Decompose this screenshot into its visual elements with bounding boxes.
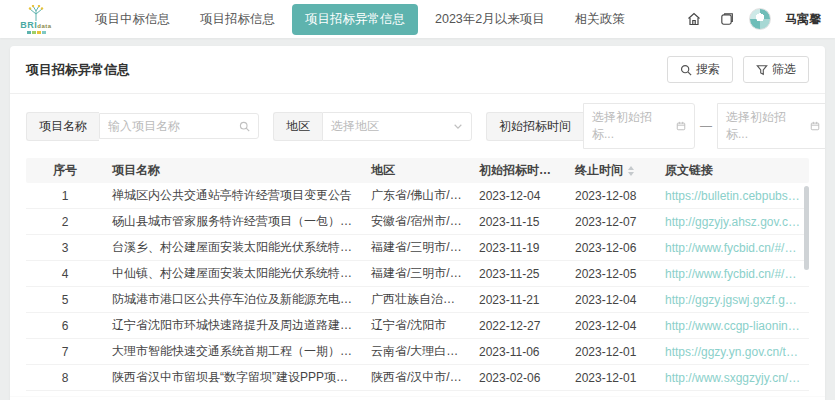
table-row: 5防城港市港口区公共停车泊位及新能源充电桩特许经营项目暂停招标广西壮族自治区/防… <box>26 287 809 313</box>
col-seq: 序号 <box>26 158 104 183</box>
cell-end-date: 2023-12-06 <box>567 237 657 259</box>
cell-start-date: 2023-12-04 <box>471 185 567 207</box>
input-search-icon <box>239 121 250 132</box>
cell-source-link[interactable]: http://www.ccgp-liaoning.gov.cn... <box>657 315 809 337</box>
col-source-link: 原文链接 <box>657 158 809 183</box>
date-end-picker[interactable]: 选择初始招标... <box>717 103 825 149</box>
main-nav: 项目中标信息项目招标信息项目招标异常信息2023年2月以来项目相关政策 <box>82 4 679 35</box>
cell-seq: 5 <box>26 289 104 311</box>
cell-start-date: 2023-11-25 <box>471 263 567 285</box>
table-footer: 共 23 条 ‹ 1 2 › 20 条/页 <box>10 396 825 400</box>
cell-source-link[interactable]: https://ggzy.yn.gov.cn/tradeHall/... <box>657 341 809 363</box>
nav-tab-1[interactable]: 项目招标信息 <box>187 4 288 35</box>
username[interactable]: 马寓馨 <box>785 11 821 28</box>
cell-source-link[interactable]: http://ggzy.jgswj.gxzf.gov.cn/gxg... <box>657 289 809 311</box>
date-start-picker[interactable]: 选择初始招标... <box>583 103 695 149</box>
col-region: 地区 <box>363 158 471 183</box>
filter-date-range: 初始招标时间 选择初始招标... — 选择初始招标... <box>486 103 825 149</box>
nav-tab-2[interactable]: 项目招标异常信息 <box>292 4 418 35</box>
cell-source-link[interactable]: http://www.sxggzyjy.cn/jydt/001... <box>657 367 809 389</box>
cell-project-name: 防城港市港口区公共停车泊位及新能源充电桩特许经营项目暂停招标 <box>104 287 363 312</box>
sort-icon[interactable] <box>628 166 634 176</box>
col-start-date[interactable]: 初始招标时间 <box>471 158 567 183</box>
cell-project-name: 陕西省汉中市留坝县“数字留坝”建设PPP项目采购更正公告 <box>104 365 363 390</box>
date-label: 初始招标时间 <box>486 112 583 141</box>
date-start-placeholder: 选择初始招标... <box>592 109 670 143</box>
avatar[interactable] <box>749 8 771 30</box>
cell-source-link[interactable]: https://bulletin.cebpubservice.co... <box>657 185 809 207</box>
cell-seq: 9 <box>26 393 104 397</box>
cell-region: 河北省/石家庄市/辛集市 <box>363 391 471 396</box>
nav-tab-3[interactable]: 2023年2月以来项目 <box>422 4 558 35</box>
search-button[interactable]: 搜索 <box>667 56 733 83</box>
funnel-icon <box>756 64 768 76</box>
filter-bar: 项目名称 地区 选择地区 初始招标时间 选择初始招标... <box>10 94 825 158</box>
cell-region: 福建省/三明市/尤溪县 <box>363 261 471 286</box>
sort-icon[interactable] <box>556 166 562 176</box>
brand-logo[interactable]: BRIdata <box>14 5 58 34</box>
cell-project-name: 台溪乡、村公建屋面安装太阳能光伏系统特许经营权项目终止公告 <box>104 235 363 260</box>
cell-source-link[interactable]: http://www.fycbid.cn/#/notice/d... <box>657 263 809 285</box>
table-header-row: 序号 项目名称 地区 初始招标时间 终止时间 原文链接 <box>26 158 809 183</box>
home-icon[interactable] <box>685 10 703 28</box>
cell-start-date: 2023-01-11 <box>471 393 567 397</box>
cell-end-date: 2023-11-28 <box>567 393 657 397</box>
cell-region: 辽宁省/沈阳市 <box>363 313 471 338</box>
project-name-input-wrap <box>99 113 259 139</box>
col-project-name: 项目名称 <box>104 158 363 183</box>
cell-end-date: 2023-12-01 <box>567 341 657 363</box>
chevron-down-icon <box>453 121 463 131</box>
table-body: 1禅城区内公共交通站亭特许经营项目变更公告广东省/佛山市/禅城区2023-12-… <box>26 183 809 396</box>
cell-source-link[interactable]: http://ggzyjy.ahsz.gov.cn/jyxx/00... <box>657 211 809 233</box>
filter-region: 地区 选择地区 <box>273 112 472 141</box>
date-end-placeholder: 选择初始招标... <box>726 109 804 143</box>
cell-start-date: 2023-11-06 <box>471 341 567 363</box>
cell-region: 广西壮族自治区/防城... <box>363 287 471 312</box>
cell-project-name: 砀山县城市管家服务特许经营项目（一包）终止公告 <box>104 209 363 234</box>
project-name-input[interactable] <box>108 119 233 133</box>
nav-tab-4[interactable]: 相关政策 <box>562 4 638 35</box>
brand-squares <box>27 31 46 34</box>
cell-start-date: 2022-12-27 <box>471 315 567 337</box>
cell-source-link[interactable]: http://www.ccgp.gov.cn/cggg/df... <box>657 393 809 397</box>
cell-project-name: 辽宁省沈阳市环城快速路提升及周边道路建设工程PPP项目终止公告 <box>104 313 363 338</box>
region-select[interactable]: 选择地区 <box>322 112 472 141</box>
calendar-icon <box>676 121 686 131</box>
windows-icon[interactable] <box>717 10 735 28</box>
cell-seq: 1 <box>26 185 104 207</box>
cell-region: 安徽省/宿州市/砀山县 <box>363 209 471 234</box>
region-placeholder: 选择地区 <box>331 118 379 135</box>
region-label: 地区 <box>273 112 322 141</box>
cell-region: 福建省/三明市/尤溪县 <box>363 235 471 260</box>
cell-region: 云南省/大理白族自治... <box>363 339 471 364</box>
table-row: 1禅城区内公共交通站亭特许经营项目变更公告广东省/佛山市/禅城区2023-12-… <box>26 183 809 209</box>
table-row: 2砀山县城市管家服务特许经营项目（一包）终止公告安徽省/宿州市/砀山县2023-… <box>26 209 809 235</box>
search-icon <box>680 64 692 76</box>
cell-seq: 2 <box>26 211 104 233</box>
cell-start-date: 2023-11-15 <box>471 211 567 233</box>
cell-start-date: 2023-11-19 <box>471 237 567 259</box>
brand-name: BRIdata <box>20 21 51 30</box>
table-row: 7大理市智能快速交通系统首期工程（一期）特许经营项目社会投资人...云南省/大理… <box>26 339 809 365</box>
cell-source-link[interactable]: http://www.fycbid.cn/#/notice/d... <box>657 237 809 259</box>
cell-start-date: 2023-02-06 <box>471 367 567 389</box>
col-end-date[interactable]: 终止时间 <box>567 158 657 183</box>
table-row: 8陕西省汉中市留坝县“数字留坝”建设PPP项目采购更正公告陕西省/汉中市/留坝县… <box>26 365 809 391</box>
nav-tab-0[interactable]: 项目中标信息 <box>82 4 183 35</box>
content-card: 项目招标异常信息 搜索 筛选 项目名称 地区 选择地区 <box>10 46 825 400</box>
cell-end-date: 2023-12-08 <box>567 185 657 207</box>
cell-region: 广东省/佛山市/禅城区 <box>363 183 471 208</box>
filter-project-name: 项目名称 <box>26 112 259 141</box>
table-row: 4中仙镇、村公建屋面安装太阳能光伏系统特许经营权项目终止公告福建省/三明市/尤溪… <box>26 261 809 287</box>
cell-project-name: 河北辛集经济开发区管理委员会河北省辛集佳洁污水处理厂PPP项目... <box>104 391 363 396</box>
filter-button[interactable]: 筛选 <box>743 56 809 83</box>
cell-end-date: 2023-12-07 <box>567 211 657 233</box>
table-row: 6辽宁省沈阳市环城快速路提升及周边道路建设工程PPP项目终止公告辽宁省/沈阳市2… <box>26 313 809 339</box>
table-row: 9河北辛集经济开发区管理委员会河北省辛集佳洁污水处理厂PPP项目...河北省/石… <box>26 391 809 396</box>
cell-end-date: 2023-12-01 <box>567 367 657 389</box>
cell-end-date: 2023-12-04 <box>567 289 657 311</box>
header-actions: 搜索 筛选 <box>667 56 809 83</box>
table-scrollbar[interactable] <box>804 186 809 270</box>
page-title: 项目招标异常信息 <box>26 61 130 79</box>
cell-start-date: 2023-11-21 <box>471 289 567 311</box>
